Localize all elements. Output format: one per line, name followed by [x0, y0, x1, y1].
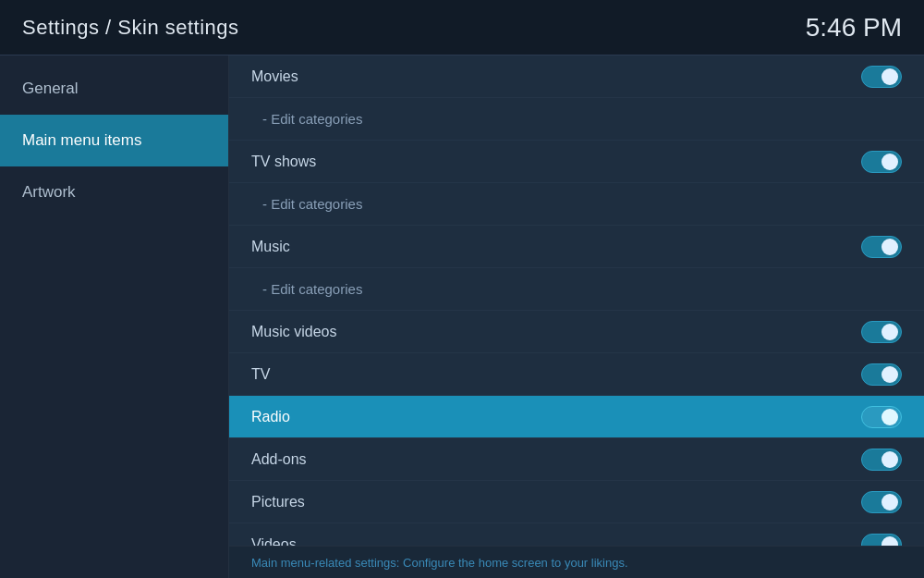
sidebar-item-general[interactable]: General — [0, 63, 228, 115]
toggle-knob-music-videos — [881, 324, 898, 340]
content-panel: Movies- Edit categoriesTV shows- Edit ca… — [229, 55, 924, 578]
toggle-knob-music — [881, 239, 898, 255]
header: Settings / Skin settings 5:46 PM — [0, 0, 924, 55]
toggle-music-videos[interactable] — [861, 321, 902, 343]
list-item-label-tv: TV — [251, 366, 270, 383]
main-layout: GeneralMain menu itemsArtwork Movies- Ed… — [0, 55, 924, 578]
toggle-knob-tv-shows — [881, 154, 898, 170]
status-text: Main menu-related settings: Configure th… — [251, 556, 628, 570]
list-item-label-radio: Radio — [251, 409, 290, 425]
toggle-tv[interactable] — [861, 363, 902, 386]
toggle-knob-pictures — [881, 494, 898, 510]
list-item-movies-edit[interactable]: - Edit categories — [229, 98, 924, 141]
toggle-knob-radio — [881, 409, 898, 425]
list-item-label-pictures: Pictures — [251, 494, 305, 510]
list-item-label-music: Music — [251, 239, 290, 255]
toggle-knob-add-ons — [881, 451, 898, 468]
list-item-tv-shows[interactable]: TV shows — [229, 141, 924, 183]
list-item-label-tv-shows-edit: - Edit categories — [262, 196, 362, 212]
list-item-music[interactable]: Music — [229, 226, 924, 268]
sidebar: GeneralMain menu itemsArtwork — [0, 55, 229, 578]
page-title: Settings / Skin settings — [22, 16, 239, 40]
list-item-tv[interactable]: TV — [229, 353, 924, 396]
list-item-label-music-videos: Music videos — [251, 324, 336, 340]
list-item-label-videos: Videos — [251, 536, 297, 547]
list-item-add-ons[interactable]: Add-ons — [229, 438, 924, 481]
toggle-music[interactable] — [861, 236, 902, 258]
list-item-movies[interactable]: Movies — [229, 55, 924, 98]
list-item-music-edit[interactable]: - Edit categories — [229, 268, 924, 311]
toggle-tv-shows[interactable] — [861, 151, 902, 173]
toggle-movies[interactable] — [861, 66, 902, 88]
content-scroll[interactable]: Movies- Edit categoriesTV shows- Edit ca… — [229, 55, 924, 546]
toggle-radio[interactable] — [861, 406, 902, 428]
list-item-label-tv-shows: TV shows — [251, 154, 316, 170]
list-item-pictures[interactable]: Pictures — [229, 481, 924, 523]
list-item-label-add-ons: Add-ons — [251, 451, 307, 468]
toggle-knob-videos — [881, 536, 898, 547]
list-item-label-movies: Movies — [251, 68, 298, 85]
toggle-videos[interactable] — [861, 534, 902, 547]
clock: 5:46 PM — [806, 13, 902, 43]
toggle-knob-movies — [881, 68, 898, 85]
list-item-tv-shows-edit[interactable]: - Edit categories — [229, 183, 924, 226]
toggle-knob-tv — [881, 366, 898, 383]
list-item-videos[interactable]: Videos — [229, 523, 924, 546]
list-item-music-videos[interactable]: Music videos — [229, 311, 924, 353]
list-item-label-music-edit: - Edit categories — [262, 281, 362, 297]
toggle-add-ons[interactable] — [861, 449, 902, 471]
list-item-label-movies-edit: - Edit categories — [262, 111, 362, 127]
status-bar: Main menu-related settings: Configure th… — [229, 546, 924, 578]
list-item-radio[interactable]: Radio — [229, 396, 924, 438]
sidebar-item-main-menu-items[interactable]: Main menu items — [0, 115, 228, 166]
toggle-pictures[interactable] — [861, 491, 902, 513]
sidebar-item-artwork[interactable]: Artwork — [0, 166, 228, 218]
